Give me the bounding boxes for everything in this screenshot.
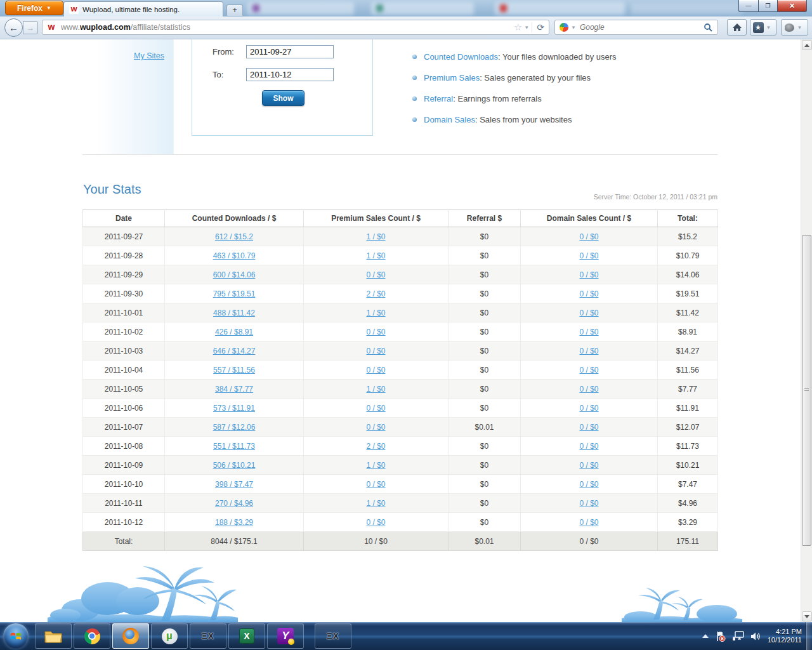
taskbar-button-excel[interactable]: X (228, 623, 265, 649)
stat-link[interactable]: 0 / $0 (579, 423, 598, 432)
stat-link[interactable]: 0 / $0 (366, 480, 385, 489)
stat-link[interactable]: 795 / $19.51 (213, 289, 256, 298)
search-box[interactable]: ▼ (554, 20, 718, 35)
stat-link[interactable]: 270 / $4.96 (215, 499, 253, 508)
stat-link[interactable]: 1 / $0 (366, 499, 385, 508)
reload-icon[interactable]: ⟳ (532, 22, 549, 32)
stat-link[interactable]: 0 / $0 (579, 385, 598, 394)
stat-link[interactable]: 0 / $0 (579, 328, 598, 336)
stat-link[interactable]: 551 / $11.73 (213, 442, 255, 451)
stat-link[interactable]: 0 / $0 (366, 423, 385, 432)
stat-link[interactable]: 646 / $14.27 (213, 347, 256, 355)
table-cell: $0 (449, 380, 521, 399)
new-tab-button[interactable]: + (226, 4, 243, 16)
stat-link[interactable]: 0 / $0 (579, 270, 598, 279)
url-bar[interactable]: w www.wupload.com/affiliate/statistics ☆… (42, 20, 549, 35)
stat-link[interactable]: 0 / $0 (579, 366, 598, 375)
stat-link[interactable]: 557 / $11.56 (213, 366, 255, 375)
maximize-button[interactable]: ❐ (758, 0, 777, 12)
stat-link[interactable]: 1 / $0 (366, 385, 385, 394)
to-date-field[interactable] (246, 68, 334, 81)
stat-link[interactable]: 1 / $0 (366, 251, 385, 260)
legend-desc: : Sales from your websites (475, 115, 572, 124)
stat-link[interactable]: 1 / $0 (366, 232, 385, 241)
taskbar-button-utorrent[interactable]: µ (151, 623, 188, 649)
volume-icon[interactable] (750, 632, 761, 641)
search-input[interactable] (579, 22, 702, 32)
bookmark-star-icon[interactable]: ☆ (513, 22, 523, 33)
forward-button[interactable]: → (23, 21, 38, 34)
scrollbar-thumb[interactable] (802, 235, 811, 546)
table-cell: 0 / $0 (304, 342, 449, 361)
stat-link[interactable]: 0 / $0 (579, 289, 598, 298)
taskbar-button-yahoo-messenger[interactable]: Y (267, 623, 304, 649)
network-icon[interactable] (732, 631, 744, 641)
scrollbar-up-button[interactable] (802, 40, 812, 50)
stat-link[interactable]: 1 / $0 (366, 308, 385, 317)
taskbar-button-explorer[interactable] (35, 623, 72, 649)
table-cell: 0 / $0 (521, 456, 658, 475)
vertical-scrollbar[interactable] (801, 39, 812, 622)
stat-link[interactable]: 0 / $0 (366, 518, 385, 527)
stat-link[interactable]: 0 / $0 (366, 270, 385, 279)
stat-link[interactable]: 1 / $0 (366, 461, 385, 470)
table-cell: $3.29 (658, 513, 718, 532)
minimize-button[interactable]: — (738, 0, 758, 12)
google-icon[interactable] (560, 23, 568, 32)
stat-link[interactable]: 0 / $0 (579, 499, 598, 508)
stat-link[interactable]: 188 / $3.29 (215, 518, 253, 527)
table-cell: 488 / $11.42 (165, 303, 304, 322)
stat-link[interactable]: 0 / $0 (579, 518, 598, 527)
stat-link[interactable]: 384 / $7.77 (215, 385, 253, 394)
from-date-field[interactable] (246, 45, 334, 58)
stat-link[interactable]: 0 / $0 (579, 308, 598, 317)
chevron-down-icon[interactable]: ▼ (523, 25, 532, 30)
tab-wupload[interactable]: w Wupload, ultimate file hosting. (63, 1, 223, 17)
stat-link[interactable]: 600 / $14.06 (213, 270, 256, 279)
tray-clock[interactable]: 4:21 PM 10/12/2011 (768, 628, 802, 644)
show-button[interactable]: Show (262, 90, 304, 106)
back-button[interactable]: ← (4, 18, 23, 37)
stat-link[interactable]: 573 / $11.91 (213, 404, 255, 413)
start-button[interactable] (3, 623, 29, 649)
stat-link[interactable]: 426 / $8.91 (215, 328, 253, 336)
stat-link[interactable]: 0 / $0 (579, 442, 598, 451)
taskbar-button-ex-app[interactable]: ΞX (190, 623, 226, 649)
stat-link[interactable]: 0 / $0 (579, 404, 598, 413)
stat-link[interactable]: 0 / $0 (579, 232, 598, 241)
hidden-icons-caret-icon[interactable] (702, 634, 709, 638)
taskbar-button-chrome[interactable] (74, 623, 110, 649)
stat-link[interactable]: 0 / $0 (579, 461, 598, 470)
stat-link[interactable]: 0 / $0 (579, 347, 598, 355)
taskbar-button-ex-app-2[interactable]: ΞX (315, 623, 351, 649)
chevron-down-icon[interactable]: ▼ (570, 25, 579, 30)
date-range-form: From: To: (192, 39, 373, 136)
sidebar-item-my-sites[interactable]: My Sites (134, 51, 164, 60)
stat-link[interactable]: 0 / $0 (579, 480, 598, 489)
search-icon[interactable] (704, 23, 712, 32)
action-center-flag-icon[interactable] (715, 631, 726, 642)
stat-link[interactable]: 2 / $0 (366, 442, 385, 451)
scrollbar-down-button[interactable] (802, 611, 812, 621)
firefox-menu-button[interactable]: Firefox ▼ (5, 1, 63, 15)
stat-link[interactable]: 506 / $10.21 (213, 461, 256, 470)
stat-link[interactable]: 463 / $10.79 (213, 251, 256, 260)
stat-link[interactable]: 612 / $15.2 (215, 232, 253, 241)
stat-link[interactable]: 0 / $0 (366, 366, 385, 375)
stat-link[interactable]: 2 / $0 (366, 289, 385, 298)
stat-link[interactable]: 0 / $0 (366, 347, 385, 355)
stat-link[interactable]: 488 / $11.42 (213, 308, 255, 317)
stat-link[interactable]: 0 / $0 (366, 328, 385, 336)
stat-link[interactable]: 0 / $0 (579, 251, 598, 260)
show-desktop-button[interactable] (806, 622, 812, 650)
close-button[interactable]: ✕ (777, 0, 807, 12)
chevron-down-icon: ▼ (46, 5, 51, 11)
taskbar-button-firefox[interactable] (112, 623, 149, 649)
home-button[interactable] (727, 19, 747, 36)
stat-link[interactable]: 587 / $12.06 (213, 423, 256, 432)
table-cell: $0 (449, 284, 521, 303)
stat-link[interactable]: 398 / $7.47 (215, 480, 253, 489)
stat-link[interactable]: 0 / $0 (366, 404, 385, 413)
bookmarks-button[interactable]: ★ ▼ (750, 19, 776, 36)
addon-button[interactable]: ▼ (781, 19, 808, 36)
